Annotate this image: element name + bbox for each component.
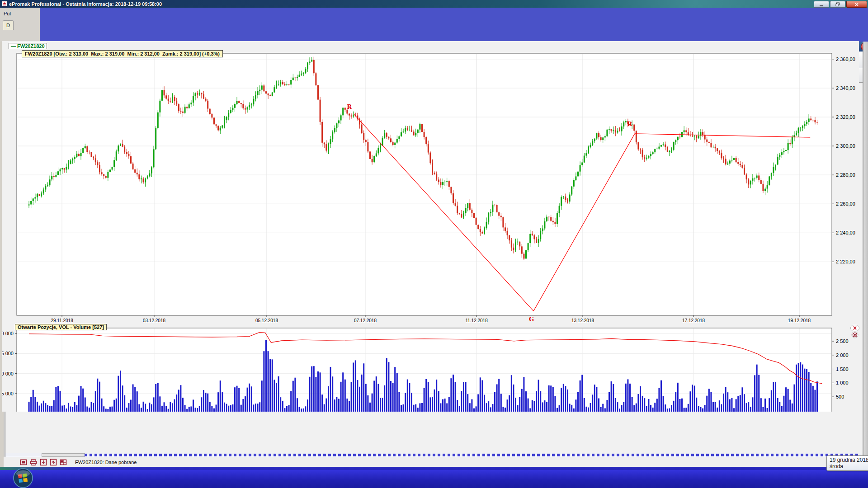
close-x-icon bbox=[850, 325, 859, 331]
ohlc-info-bar: FW20Z1820 [Otw.: 2 313,00 Max.: 2 319,00… bbox=[22, 50, 223, 57]
open-interest-axis: 50 00045 00040 00035 000 bbox=[2, 331, 17, 396]
screen: ePromak Professional - Ostatnia informac… bbox=[0, 0, 868, 488]
os-minimize-button[interactable] bbox=[814, 1, 829, 8]
price-tick-label: 2 320,00 bbox=[836, 114, 855, 120]
record-dot-icon bbox=[851, 331, 859, 338]
series-legend: — FW20Z1820 bbox=[9, 43, 47, 49]
date-tick-label: 03.12.2018 bbox=[143, 318, 165, 323]
volume-tick-label: 2 000 bbox=[836, 352, 849, 358]
price-tick-label: 2 300,00 bbox=[836, 143, 855, 149]
volume-axis: 2 5002 0001 5001 000500 bbox=[832, 338, 849, 399]
oi-tick-label: 40 000 bbox=[2, 371, 14, 376]
main-plot-area[interactable] bbox=[17, 53, 832, 315]
annotation-label: R bbox=[627, 121, 632, 127]
volume-tick-label: 500 bbox=[836, 394, 844, 399]
volume-tick-label: 1 500 bbox=[836, 366, 849, 372]
scrollbar-track-dashes bbox=[85, 454, 860, 456]
close-icon bbox=[854, 2, 859, 7]
volume-tick-label: 1 000 bbox=[836, 380, 849, 385]
app-icon bbox=[2, 1, 7, 6]
price-tick-label: 2 340,00 bbox=[836, 85, 855, 91]
restore-icon bbox=[835, 2, 840, 7]
legend-series-label: FW20Z1820 bbox=[17, 43, 45, 49]
price-tick-label: 2 240,00 bbox=[836, 230, 855, 235]
grid-table-icon[interactable] bbox=[60, 459, 67, 466]
tooltip-date: 19 grudnia 2018 bbox=[830, 457, 868, 463]
date-tick-label: 19.12.2018 bbox=[788, 318, 811, 323]
oi-tick-label: 45 000 bbox=[2, 351, 14, 356]
date-tick-label: 17.12.2018 bbox=[682, 318, 705, 323]
window-right-border bbox=[863, 42, 868, 466]
app-top-strip: Pul D bbox=[0, 8, 868, 42]
date-tick-label: 13.12.2018 bbox=[571, 318, 594, 323]
volume-pane-record-button[interactable] bbox=[851, 331, 859, 340]
statusbar: FW20Z1820: Dane pobrane bbox=[4, 457, 868, 467]
annotation-label: G bbox=[529, 316, 534, 323]
status-text: FW20Z1820: Dane pobrane bbox=[75, 460, 137, 465]
chart-svg: 2 360,002 340,002 320,002 300,002 280,00… bbox=[2, 41, 859, 412]
os-restore-button[interactable] bbox=[830, 1, 845, 8]
oi-tick-label: 50 000 bbox=[2, 331, 14, 336]
oi-tick-label: 35 000 bbox=[2, 391, 14, 396]
annotation-label: R bbox=[347, 103, 352, 110]
print-icon[interactable] bbox=[30, 459, 37, 466]
desktop-sliver bbox=[0, 467, 868, 470]
price-axis: 2 360,002 340,002 320,002 300,002 280,00… bbox=[832, 56, 855, 265]
minimize-icon bbox=[819, 2, 824, 7]
volume-pane-legend: Otwarte Pozycje, VOL - Volume [527] bbox=[15, 324, 107, 330]
upload-icon[interactable] bbox=[50, 459, 57, 466]
date-tooltip: 19 grudnia 2018 środa bbox=[826, 455, 868, 471]
date-tick-label: 07.12.2018 bbox=[354, 318, 377, 323]
os-titlebar: ePromak Professional - Ostatnia informac… bbox=[0, 0, 868, 8]
horizontal-scrollbar[interactable] bbox=[5, 453, 861, 457]
fullscreen-icon[interactable] bbox=[20, 459, 27, 466]
price-tick-label: 2 280,00 bbox=[836, 172, 855, 178]
price-tick-label: 2 220,00 bbox=[836, 259, 855, 264]
violet-panel-overlay bbox=[40, 8, 868, 42]
taskbar[interactable] bbox=[0, 470, 868, 488]
os-close-button[interactable] bbox=[846, 1, 867, 8]
os-title: ePromak Professional - Ostatnia informac… bbox=[9, 1, 162, 7]
date-tick-label: 29.11.2018 bbox=[51, 318, 73, 323]
chart-canvas[interactable]: 2 360,002 340,002 320,002 300,002 280,00… bbox=[2, 41, 859, 412]
date-axis: 29.11.201803.12.201805.12.201807.12.2018… bbox=[51, 315, 811, 323]
download-icon[interactable] bbox=[40, 459, 47, 466]
start-orb-button[interactable] bbox=[13, 468, 33, 488]
price-tick-label: 2 260,00 bbox=[836, 201, 855, 206]
date-tick-label: 11.12.2018 bbox=[465, 318, 488, 323]
document-tab[interactable]: D bbox=[3, 20, 14, 30]
legend-line-sample: — bbox=[11, 43, 16, 49]
price-tick-label: 2 360,00 bbox=[836, 56, 855, 62]
tooltip-weekday: środa bbox=[830, 463, 868, 469]
volume-tick-label: 2 500 bbox=[836, 338, 849, 344]
menu-pulpit[interactable]: Pul bbox=[4, 11, 11, 16]
scrollbar-thumb[interactable] bbox=[42, 453, 85, 457]
date-tick-label: 05.12.2018 bbox=[255, 318, 278, 323]
